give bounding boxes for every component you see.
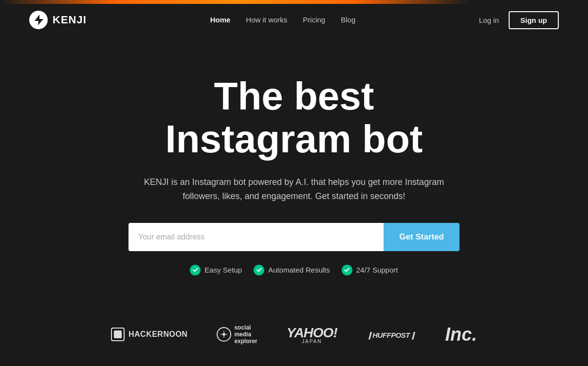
badge-automated-results: Automated Results xyxy=(254,265,330,275)
nav-link-blog[interactable]: Blog xyxy=(341,16,355,24)
nav-link-home[interactable]: Home xyxy=(210,16,231,24)
hackernoon-text: HACKERNOON xyxy=(129,330,187,339)
nav-link-how-it-works[interactable]: How it works xyxy=(246,16,287,24)
nav-item-how-it-works[interactable]: How it works xyxy=(246,16,287,24)
badge-easy-setup: Easy Setup xyxy=(190,265,242,275)
yahoo-text: YAHOO! xyxy=(287,325,337,341)
email-input[interactable] xyxy=(129,223,384,251)
hero-section: The best Instagram bot KENJI is an Insta… xyxy=(0,36,588,305)
yahoo-logo: YAHOO! JAPAN xyxy=(287,325,337,344)
nav-item-home[interactable]: Home xyxy=(210,16,231,24)
hero-title: The best Instagram bot xyxy=(165,75,423,161)
hero-cta: Get Started xyxy=(129,223,459,251)
feature-badges: Easy Setup Automated Results 24/7 Suppor… xyxy=(190,265,398,275)
badge-automated-results-label: Automated Results xyxy=(268,266,330,274)
svg-point-1 xyxy=(222,333,225,336)
nav-item-pricing[interactable]: Pricing xyxy=(303,16,325,24)
logo[interactable]: KENJI xyxy=(29,11,87,29)
badge-support-label: 24/7 Support xyxy=(356,266,398,274)
navbar: KENJI Home How it works Pricing Blog Log… xyxy=(0,4,588,36)
nav-right: Log in Sign up xyxy=(479,11,559,29)
badge-support: 24/7 Support xyxy=(342,265,398,275)
logo-icon xyxy=(29,11,48,29)
hero-title-line2: Instagram bot xyxy=(165,117,423,161)
nav-item-blog[interactable]: Blog xyxy=(341,16,355,24)
hero-title-line1: The best xyxy=(214,74,374,118)
get-started-button[interactable]: Get Started xyxy=(384,223,459,251)
hero-subtitle: KENJI is an Instagram bot powered by A.I… xyxy=(136,175,452,203)
signup-button[interactable]: Sign up xyxy=(509,11,559,29)
checkmark-icon-support xyxy=(342,265,352,275)
hackernoon-logo: HACKERNOON xyxy=(111,328,187,341)
nav-link-pricing[interactable]: Pricing xyxy=(303,16,325,24)
inc-logo: Inc. xyxy=(445,325,477,344)
huffpost-logo: ❙HUFFPOST❙ xyxy=(367,328,416,341)
checkmark-icon-easy-setup xyxy=(190,265,201,275)
hackernoon-icon xyxy=(111,328,125,341)
promo-banner xyxy=(0,0,588,4)
social-media-explorer-logo: social media explorer xyxy=(217,324,257,345)
sme-circle-icon xyxy=(217,327,231,342)
logos-section: HACKERNOON social media explorer YAHOO! … xyxy=(0,305,588,365)
login-link[interactable]: Log in xyxy=(479,16,499,24)
huffpost-text: ❙HUFFPOST❙ xyxy=(367,328,416,340)
logo-text: KENJI xyxy=(53,14,87,26)
inc-text: Inc. xyxy=(445,324,477,345)
checkmark-icon-automated-results xyxy=(254,265,264,275)
badge-easy-setup-label: Easy Setup xyxy=(204,266,242,274)
nav-links: Home How it works Pricing Blog xyxy=(210,16,356,24)
sme-text: social media explorer xyxy=(234,324,257,345)
